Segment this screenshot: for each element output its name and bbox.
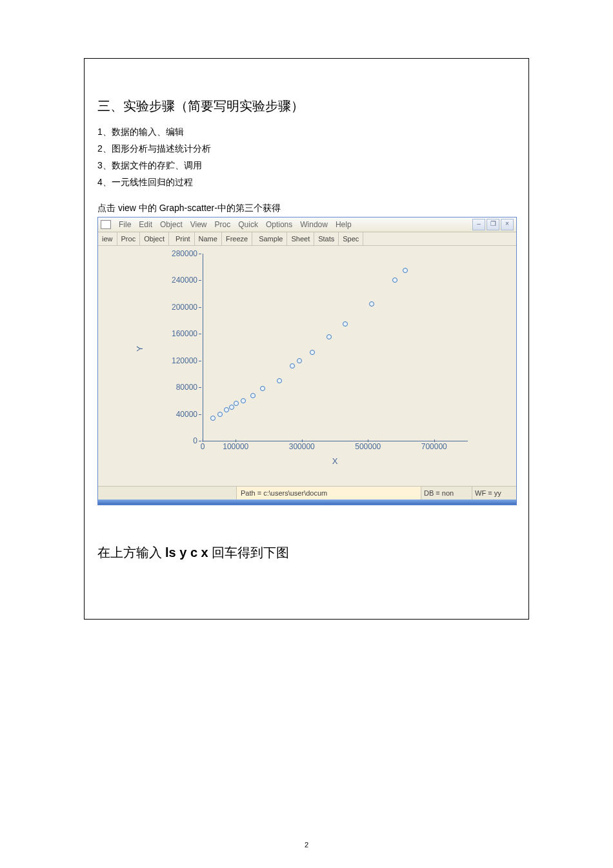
data-point — [310, 350, 315, 355]
scatter-plot — [203, 254, 468, 441]
status-bar: Path = c:\users\user\docum DB = non WF =… — [98, 486, 516, 500]
data-point — [297, 358, 302, 363]
data-point — [277, 378, 282, 383]
bottom-instruction: 在上方输入 ls y c x 回车得到下图 — [97, 544, 516, 561]
x-tick: 300000 — [289, 442, 315, 451]
tb-object[interactable]: Object — [140, 232, 169, 245]
menu-edit[interactable]: Edit — [135, 220, 156, 229]
instruction-line: 点击 view 中的 Graph-scatter-中的第三个获得 — [97, 203, 516, 214]
x-tick: 500000 — [355, 442, 381, 451]
menu-quick[interactable]: Quick — [234, 220, 262, 229]
eviews-window: File Edit Object View Proc Quick Options… — [97, 217, 517, 505]
tb-name[interactable]: Name — [195, 232, 222, 245]
menu-help[interactable]: Help — [332, 220, 356, 229]
data-point — [217, 412, 223, 417]
menu-proc[interactable]: Proc — [211, 220, 235, 229]
data-point — [260, 386, 265, 391]
data-point — [210, 416, 216, 421]
y-tick: 80000 — [176, 383, 197, 392]
minimize-button[interactable]: – — [472, 219, 485, 230]
y-tick: 160000 — [172, 329, 197, 338]
tb-sheet[interactable]: Sheet — [287, 232, 314, 245]
chart-area: Y 04000080000120000160000200000240000280… — [98, 246, 516, 486]
tb-freeze[interactable]: Freeze — [222, 232, 252, 245]
y-tick: 240000 — [172, 276, 197, 285]
y-axis-label: Y — [135, 346, 145, 352]
status-db: DB = non — [421, 487, 472, 500]
menu-file[interactable]: File — [115, 220, 135, 229]
menu-options[interactable]: Options — [262, 220, 296, 229]
status-left — [98, 487, 237, 500]
menu-bar: File Edit Object View Proc Quick Options… — [98, 217, 516, 232]
tb-print[interactable]: Print — [172, 232, 195, 245]
data-point — [234, 401, 239, 406]
section-heading: 三、实验步骤（简要写明实验步骤） — [97, 97, 516, 115]
x-axis-label: X — [203, 456, 467, 466]
data-point — [403, 268, 408, 273]
data-point — [224, 407, 229, 412]
menu-object[interactable]: Object — [156, 220, 186, 229]
x-tick: 0 — [201, 442, 205, 451]
tb-view[interactable]: iew — [98, 232, 117, 245]
menu-window[interactable]: Window — [296, 220, 332, 229]
y-tick: 120000 — [172, 356, 197, 365]
y-tick: 200000 — [172, 303, 197, 312]
sub-toolbar: iew Proc Object Print Name Freeze Sample… — [98, 232, 516, 246]
y-tick: 280000 — [172, 249, 197, 258]
x-tick: 700000 — [421, 442, 447, 451]
step-2: 2、图形分析与描述统计分析 — [97, 143, 516, 155]
data-point — [369, 301, 374, 307]
tb-proc[interactable]: Proc — [117, 232, 141, 245]
close-button[interactable]: × — [501, 219, 514, 230]
x-tick: 100000 — [223, 442, 248, 451]
app-icon — [101, 220, 111, 229]
data-point — [229, 405, 234, 410]
data-point — [290, 363, 295, 368]
data-point — [241, 398, 246, 403]
tb-spec[interactable]: Spec — [339, 232, 363, 245]
taskbar-edge — [98, 500, 516, 505]
step-4: 4、一元线性回归的过程 — [97, 177, 516, 188]
data-point — [250, 393, 256, 398]
data-point — [343, 321, 348, 327]
y-tick: 40000 — [176, 410, 197, 419]
data-point — [392, 278, 397, 283]
tb-stats[interactable]: Stats — [314, 232, 339, 245]
page-number: 2 — [0, 841, 613, 849]
maximize-button[interactable]: ❐ — [487, 219, 499, 230]
status-path: Path = c:\users\user\docum — [237, 487, 421, 500]
tb-sample[interactable]: Sample — [255, 232, 287, 245]
y-tick: 0 — [193, 436, 197, 445]
menu-view[interactable]: View — [186, 220, 211, 229]
step-3: 3、数据文件的存贮、调用 — [97, 160, 516, 172]
status-wf: WF = yy — [472, 487, 516, 500]
data-point — [327, 334, 332, 339]
step-1: 1、数据的输入、编辑 — [97, 126, 516, 138]
